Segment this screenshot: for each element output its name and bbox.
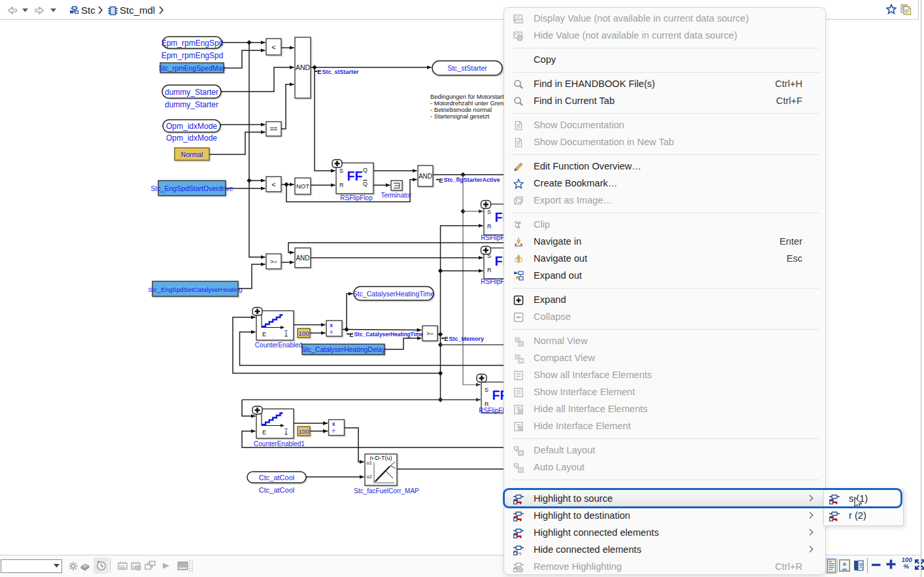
svg-text:Ctc_atCool: Ctc_atCool [259,486,294,494]
svg-text:S: S [339,167,343,174]
svg-text:==: == [270,126,278,133]
svg-text:Opm_idxMode: Opm_idxMode [166,122,217,131]
svg-text:u1: u1 [367,460,372,466]
svg-text:Stc_flgStarterActive: Stc_flgStarterActive [444,177,500,183]
svg-text:>=: >= [426,330,434,337]
svg-text:S: S [485,387,488,393]
svg-text:Stc_stStarter: Stc_stStarter [322,69,360,75]
svg-text:E: E [262,330,266,338]
svg-text:AND: AND [419,173,432,180]
svg-text:Bedingungen für Motorstart:: Bedingungen für Motorstart: [430,94,505,100]
svg-text:E: E [262,428,266,436]
svg-text:>=: >= [270,258,278,265]
svg-text:x: x [330,322,333,328]
svg-text:CounterEnabled1: CounterEnabled1 [254,440,305,447]
svg-text:Stc_rpmEngSpedMax: Stc_rpmEngSpedMax [158,64,226,72]
svg-text:E: E [444,335,448,342]
svg-text:E: E [349,331,353,338]
svg-text:CounterEnabled: CounterEnabled [255,341,302,349]
svg-text:<: < [271,43,275,51]
svg-text:÷: ÷ [332,428,335,434]
svg-text:Epm_rpmEngSpd: Epm_rpmEngSpd [162,39,224,48]
svg-text:Epm_rpmEngSpd: Epm_rpmEngSpd [162,51,224,60]
svg-text:N: N [519,341,522,346]
svg-text:Q: Q [363,181,368,187]
svg-text:A: A [519,468,522,472]
svg-text:Stc_facFuelCorr_MAP: Stc_facFuelCorr_MAP [354,487,419,495]
svg-text:Ctc_atCool: Ctc_atCool [259,474,294,481]
svg-text:Stc_CatalyserHeatingTime: Stc_CatalyserHeatingTime [354,331,424,338]
svg-text:u2: u2 [367,474,372,480]
svg-text:AND: AND [296,63,311,71]
svg-text:RSFlipFlop: RSFlipFlop [340,194,373,201]
svg-text:Opm_idxMode: Opm_idxMode [166,133,217,143]
svg-text:<: < [271,181,275,188]
svg-text:Stc_CatalyserHeatingTime: Stc_CatalyserHeatingTime [353,290,435,298]
svg-text:NOT: NOT [296,183,309,190]
svg-text:- Startersignal gesetzt: - Startersignal gesetzt [430,113,490,120]
svg-text:R: R [339,182,344,188]
svg-text:R: R [487,223,492,230]
svg-text:dummy_Starter: dummy_Starter [165,88,218,97]
svg-text:D: D [519,451,522,455]
svg-text:AND: AND [296,254,309,262]
svg-text:n-D-T(u): n-D-T(u) [370,455,392,461]
svg-text:S: S [487,209,491,215]
svg-text:FF: FF [347,169,363,183]
svg-text:Stc_Memory: Stc_Memory [449,336,485,342]
svg-text:C: C [519,358,522,363]
svg-text:Stc_stStarter: Stc_stStarter [447,64,487,72]
svg-text:E: E [439,177,443,184]
svg-text:Stc_EngSpdSetCatalyserHeating: Stc_EngSpdSetCatalyserHeating [148,286,242,293]
svg-text:Terminator: Terminator [381,192,412,199]
svg-text:E: E [317,68,321,75]
svg-text:Stc_EngSpdStartOverdrive: Stc_EngSpdStartOverdrive [150,184,233,192]
svg-text:100: 100 [299,330,309,337]
svg-text:dummy_Starter: dummy_Starter [165,100,218,109]
svg-text:Stc_CatalyserHeatingDelay: Stc_CatalyserHeatingDelay [301,345,386,353]
svg-text:Q: Q [363,167,368,173]
svg-text:- Betriebsmode normal: - Betriebsmode normal [430,107,492,113]
svg-text:R: R [487,267,492,273]
svg-text:x: x [332,421,335,427]
svg-text:÷: ÷ [330,329,333,336]
svg-text:Normal: Normal [181,150,203,158]
svg-text:100: 100 [299,428,309,435]
